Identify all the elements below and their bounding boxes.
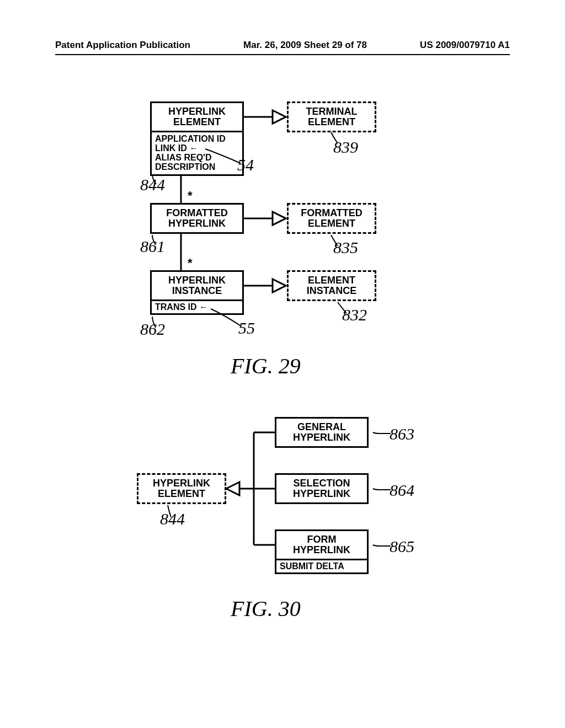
svg-marker-9 [226,482,239,495]
header-rule [55,54,510,55]
header-left: Patent Application Publication [55,40,190,51]
header-center: Mar. 26, 2009 Sheet 29 of 78 [243,40,367,51]
svg-marker-1 [273,110,286,124]
header-right: US 2009/0079710 A1 [420,40,510,51]
svg-marker-5 [273,279,286,292]
connectors-svg [0,66,565,717]
svg-marker-3 [273,212,286,225]
